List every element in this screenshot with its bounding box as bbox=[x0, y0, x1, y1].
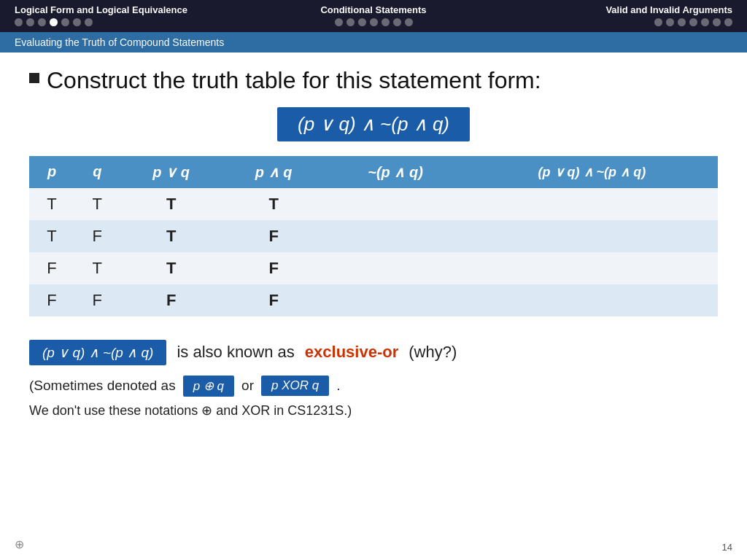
denoted-or-text: or bbox=[241, 378, 254, 394]
th-pvq: p ∨ q bbox=[120, 156, 222, 188]
dot-v1 bbox=[654, 18, 662, 26]
main-formula-box: (p ∨ q) ∧ ~(p ∧ q) bbox=[277, 107, 470, 141]
xor-formula-box: (p ∨ q) ∧ ~(p ∧ q) bbox=[29, 340, 166, 365]
nav-section-conditional[interactable]: Conditional Statements bbox=[254, 4, 493, 26]
cell-p-2: T bbox=[29, 220, 74, 252]
dot-c2 bbox=[347, 18, 355, 26]
denoted-p-oplus-q-box: p ⊕ q bbox=[183, 376, 234, 397]
cell-pvq-3: T bbox=[120, 252, 222, 284]
dot-v2 bbox=[666, 18, 674, 26]
th-pandq: p ∧ q bbox=[222, 156, 325, 188]
cell-result-3 bbox=[466, 252, 718, 284]
dot-5 bbox=[61, 18, 69, 26]
bullet-heading: Construct the truth table for this state… bbox=[29, 67, 718, 94]
cell-result-2 bbox=[466, 220, 718, 252]
cell-pvq-1: T bbox=[120, 188, 222, 220]
denoted-prefix: (Sometimes denoted as bbox=[29, 378, 176, 394]
cell-notpandq-2 bbox=[325, 220, 465, 252]
dot-v4 bbox=[689, 18, 697, 26]
table-row: T F T F bbox=[29, 220, 718, 252]
nav-section-logical-form[interactable]: Logical Form and Logical Equivalence bbox=[15, 4, 254, 26]
dot-c6 bbox=[393, 18, 401, 26]
dot-c3 bbox=[358, 18, 366, 26]
th-p: p bbox=[29, 156, 74, 188]
dot-7 bbox=[85, 18, 93, 26]
heading-text: Construct the truth table for this state… bbox=[47, 67, 541, 94]
dot-v6 bbox=[713, 18, 721, 26]
denoted-suffix: . bbox=[336, 378, 340, 394]
target-icon: ⊕ bbox=[15, 537, 24, 551]
xor-word: exclusive-or bbox=[305, 343, 398, 362]
cell-q-4: F bbox=[74, 284, 120, 316]
cell-result-1 bbox=[466, 188, 718, 220]
xor-label-text: is also known as bbox=[177, 343, 294, 362]
dot-6 bbox=[73, 18, 81, 26]
notation-note: We don't use these notations ⊕ and XOR i… bbox=[29, 402, 718, 419]
subtitle-bar: Evaluating the Truth of Compound Stateme… bbox=[0, 32, 747, 52]
cell-pandq-4: F bbox=[222, 284, 325, 316]
dot-1 bbox=[15, 18, 23, 26]
dot-4-active bbox=[50, 18, 58, 26]
table-row: F F F F bbox=[29, 284, 718, 316]
nav-title-logical-form: Logical Form and Logical Equivalence bbox=[15, 4, 254, 15]
cell-q-2: F bbox=[74, 220, 120, 252]
cell-pandq-1: T bbox=[222, 188, 325, 220]
dot-c5 bbox=[382, 18, 390, 26]
subtitle-text: Evaluating the Truth of Compound Stateme… bbox=[15, 36, 224, 48]
page-number: 14 bbox=[722, 542, 732, 553]
dot-c1 bbox=[335, 18, 343, 26]
cell-pandq-2: F bbox=[222, 220, 325, 252]
cell-result-4 bbox=[466, 284, 718, 316]
cell-p-1: T bbox=[29, 188, 74, 220]
dot-v7 bbox=[724, 18, 732, 26]
nav-title-conditional: Conditional Statements bbox=[254, 4, 493, 15]
table-row: T T T T bbox=[29, 188, 718, 220]
th-not-pandq: ~(p ∧ q) bbox=[325, 156, 465, 188]
main-formula-container: (p ∨ q) ∧ ~(p ∧ q) bbox=[29, 107, 718, 141]
truth-table: p q p ∨ q p ∧ q ~(p ∧ q) (p ∨ q) ∧ ~(p ∧… bbox=[29, 156, 718, 316]
bottom-section: (p ∨ q) ∧ ~(p ∧ q) is also known as excl… bbox=[0, 340, 747, 419]
nav-dots-conditional bbox=[254, 18, 493, 26]
dot-v5 bbox=[701, 18, 709, 26]
th-result: (p ∨ q) ∧ ~(p ∧ q) bbox=[466, 156, 718, 188]
cell-q-3: T bbox=[74, 252, 120, 284]
cell-notpandq-1 bbox=[325, 188, 465, 220]
dot-c7 bbox=[405, 18, 413, 26]
top-navigation: Logical Form and Logical Equivalence Con… bbox=[0, 0, 747, 32]
dot-c4 bbox=[370, 18, 378, 26]
denoted-p-xor-q-box: p XOR q bbox=[261, 376, 329, 396]
nav-dots-logical-form bbox=[15, 18, 254, 26]
cell-pandq-3: F bbox=[222, 252, 325, 284]
dot-3 bbox=[38, 18, 46, 26]
main-content: Construct the truth table for this state… bbox=[0, 52, 747, 340]
cell-notpandq-3 bbox=[325, 252, 465, 284]
dot-v3 bbox=[678, 18, 686, 26]
cell-pvq-2: T bbox=[120, 220, 222, 252]
nav-section-valid[interactable]: Valid and Invalid Arguments bbox=[493, 4, 732, 26]
bullet-square-icon bbox=[29, 73, 39, 83]
nav-dots-valid bbox=[493, 18, 732, 26]
xor-row: (p ∨ q) ∧ ~(p ∧ q) is also known as excl… bbox=[29, 340, 718, 365]
table-row: F T T F bbox=[29, 252, 718, 284]
table-header-row: p q p ∨ q p ∧ q ~(p ∧ q) (p ∨ q) ∧ ~(p ∧… bbox=[29, 156, 718, 188]
cell-q-1: T bbox=[74, 188, 120, 220]
xor-why: (why?) bbox=[409, 343, 457, 362]
th-q: q bbox=[74, 156, 120, 188]
cell-notpandq-4 bbox=[325, 284, 465, 316]
nav-title-valid: Valid and Invalid Arguments bbox=[493, 4, 732, 15]
dot-2 bbox=[26, 18, 34, 26]
denoted-row: (Sometimes denoted as p ⊕ q or p XOR q . bbox=[29, 376, 718, 397]
cell-p-4: F bbox=[29, 284, 74, 316]
cell-pvq-4: F bbox=[120, 284, 222, 316]
cell-p-3: F bbox=[29, 252, 74, 284]
